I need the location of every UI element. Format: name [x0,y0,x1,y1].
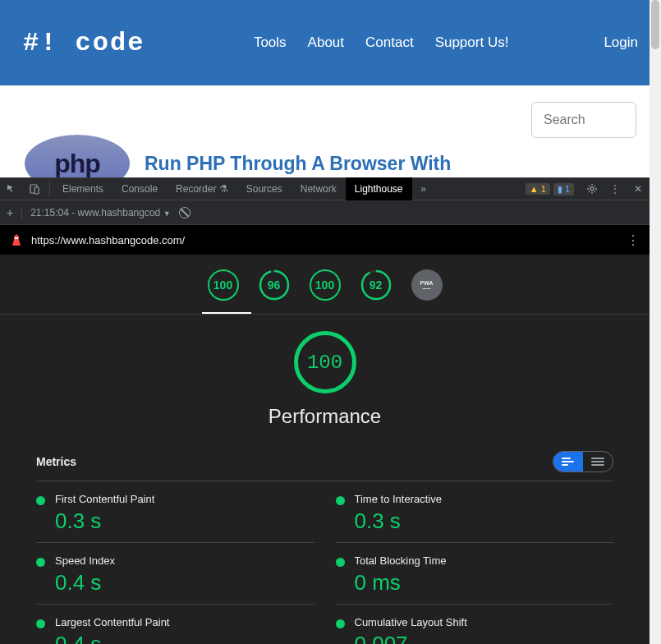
devtools-panel: Elements Console Recorder ⚗ Sources Netw… [0,177,650,644]
metrics-section: Metrics First Contentful Paint 0.3 s [0,441,650,644]
metric-label: Cumulative Layout Shift [355,616,614,628]
score-summary-row: 100 96 100 92 PWA — [0,269,650,312]
report-url: https://www.hashbangcode.com/ [31,234,185,246]
issues-badge[interactable]: ▮1 [553,183,574,196]
nav-about[interactable]: About [308,34,344,51]
warnings-badge[interactable]: ▲1 [526,183,550,195]
score-pwa[interactable]: PWA — [411,269,443,301]
metric-label: Speed Index [55,554,314,567]
svg-rect-3 [15,237,18,239]
report-menu-icon[interactable]: ⋮ [627,232,640,248]
devtools-tabbar: Elements Console Recorder ⚗ Sources Netw… [0,177,650,200]
tab-sources[interactable]: Sources [237,177,291,200]
site-logo[interactable]: #! code [23,28,145,58]
inspect-icon[interactable] [0,177,23,200]
settings-icon[interactable] [581,177,604,200]
nav-tools[interactable]: Tools [254,34,287,51]
metric-value: 0.4 s [55,632,314,644]
metric-value: 0.3 s [355,508,614,534]
metric-label: Largest Contentful Paint [55,616,314,628]
performance-title: Performance [0,405,650,428]
site-body: php Run PHP Through A Browser With [0,85,661,177]
metric-tti: Time to Interactive 0.3 s [336,481,614,543]
metric-si: Speed Index 0.4 s [36,543,314,605]
main-score-section: 100 Performance [0,315,650,441]
chevron-down-icon: ▼ [163,209,171,218]
status-dot-icon [336,496,345,505]
report-name[interactable]: 21:15:04 - www.hashbangcod ▼ [30,207,170,218]
metric-value: 0 ms [355,570,614,596]
site-header: #! code Tools About Contact Support Us! … [0,0,661,85]
tab-lighthouse[interactable]: Lighthouse [346,177,412,200]
score-seo[interactable]: 92 [360,269,392,301]
metrics-grid: First Contentful Paint 0.3 s Time to Int… [36,481,613,644]
score-performance[interactable]: 100 [208,269,239,301]
performance-score-gauge: 100 [294,331,356,393]
metric-lcp: Largest Contentful Paint 0.4 s [36,605,314,644]
svg-rect-1 [34,187,39,194]
metric-fcp: First Contentful Paint 0.3 s [36,481,314,543]
metric-cls: Cumulative Layout Shift 0.007 [336,605,614,644]
metrics-heading: Metrics [36,455,76,468]
metric-label: Time to Interactive [355,493,614,505]
status-dot-icon [36,619,45,628]
tab-network[interactable]: Network [291,177,346,200]
lighthouse-toolbar: + 21:15:04 - www.hashbangcod ▼ [0,200,650,225]
score-best-practices[interactable]: 100 [310,269,341,301]
status-dot-icon [336,619,345,628]
lighthouse-content: 100 96 100 92 PWA — 100 Performance [0,255,650,644]
lighthouse-urlbar: https://www.hashbangcode.com/ ⋮ [0,225,650,255]
score-accessibility[interactable]: 96 [259,269,290,301]
metric-value: 0.007 [355,632,614,644]
metric-value: 0.4 s [55,570,314,596]
main-nav: Tools About Contact Support Us! Login [254,34,638,51]
nav-contact[interactable]: Contact [365,34,414,51]
tab-elements[interactable]: Elements [53,177,112,200]
active-category-underline [202,312,251,314]
metric-label: First Contentful Paint [55,493,314,505]
nav-login[interactable]: Login [604,34,638,51]
lighthouse-icon [10,233,23,246]
metric-label: Total Blocking Time [355,554,614,567]
device-toggle-icon[interactable] [23,177,46,200]
view-collapsed-button[interactable] [583,452,613,472]
tab-recorder[interactable]: Recorder ⚗ [167,177,237,200]
kebab-menu-icon[interactable]: ⋮ [604,177,627,200]
article-title[interactable]: Run PHP Through A Browser With [145,153,451,175]
metric-value: 0.3 s [55,508,314,534]
search-input[interactable] [531,102,636,138]
metrics-view-toggle [553,451,613,472]
nav-support[interactable]: Support Us! [435,34,509,51]
metric-tbt: Total Blocking Time 0 ms [336,543,614,605]
tab-console[interactable]: Console [112,177,167,200]
status-dot-icon [36,496,45,505]
status-dot-icon [336,558,345,567]
view-expanded-button[interactable] [553,452,583,472]
page-scrollbar[interactable] [650,0,661,644]
svg-point-2 [590,187,594,191]
scrollbar-thumb[interactable] [651,0,659,49]
new-report-button[interactable]: + [7,206,13,219]
close-devtools-icon[interactable]: ✕ [627,177,650,200]
clear-icon[interactable] [179,207,190,218]
more-tabs-icon[interactable]: » [412,177,435,200]
status-dot-icon [36,558,45,567]
